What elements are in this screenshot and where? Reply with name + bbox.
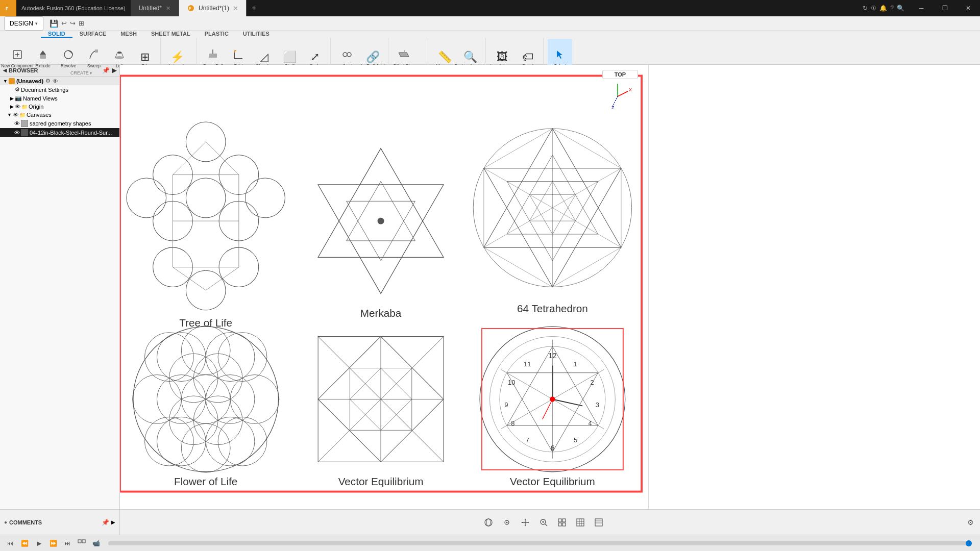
redo-icon[interactable]: ↪ — [70, 19, 76, 27]
tab-sheet-metal[interactable]: SHEET METAL — [144, 31, 198, 38]
undo-icon[interactable]: ↩ — [61, 19, 67, 27]
svg-point-133 — [506, 521, 508, 523]
origin-eye-icon: 👁 — [15, 104, 20, 110]
named-views-expand-icon: ▶ — [10, 96, 14, 101]
svg-rect-144 — [558, 523, 561, 526]
close-button[interactable]: ✕ — [957, 0, 980, 16]
browser-named-views[interactable]: ▶ 📷 Named Views — [0, 94, 119, 103]
comments-pin-icon[interactable]: 📌 — [102, 519, 109, 526]
help-icon[interactable]: ? — [890, 5, 894, 12]
browser-canvas-tooltip[interactable]: 👁 04-12in-Black-Steel-Round-Sur... — [0, 128, 119, 137]
timeline-track[interactable] — [108, 541, 972, 545]
restore-button[interactable]: ❐ — [933, 0, 957, 16]
user-count-icon: ① — [871, 5, 876, 12]
browser-doc-settings[interactable]: ▶ ⚙ Document Settings — [0, 85, 119, 94]
svg-point-123 — [550, 396, 555, 402]
right-panel — [648, 65, 980, 509]
svg-marker-135 — [525, 525, 526, 527]
svg-text:4: 4 — [589, 419, 592, 427]
origin-folder-icon: 📁 — [21, 104, 28, 110]
new-tab-icon[interactable]: ⊞ — [79, 19, 84, 27]
svg-text:F: F — [6, 6, 9, 11]
tl-next-button[interactable]: ⏩ — [47, 537, 59, 549]
tl-play-button[interactable]: ▶ — [33, 537, 45, 549]
extrude-label: Extrude — [35, 64, 50, 68]
svg-text:Vector Equilibrium: Vector Equilibrium — [510, 475, 595, 487]
extrude-button[interactable]: Extrude — [31, 39, 55, 69]
canvas-area[interactable]: Tree of Life Merkaba — [120, 65, 648, 509]
viewport-controls — [120, 515, 967, 530]
extrude-icon — [37, 48, 49, 63]
search-icon[interactable]: 🔍 — [897, 5, 904, 12]
grid-button[interactable] — [573, 515, 587, 530]
browser-root-item[interactable]: ▼ (Unsaved) ⚙ 👁 — [0, 77, 119, 85]
viewport-top-label: TOP — [602, 70, 638, 79]
tab-2-close[interactable]: ✕ — [233, 5, 238, 12]
svg-line-125 — [618, 91, 628, 96]
root-settings-icon[interactable]: ⚙ — [45, 78, 51, 84]
new-component-label: New Component — [1, 64, 33, 68]
tab-2[interactable]: F Untitled*(1) ✕ — [179, 0, 247, 16]
svg-text:3: 3 — [596, 401, 599, 409]
tab-add-button[interactable]: + — [247, 0, 261, 16]
svg-point-17 — [347, 53, 351, 57]
tab-solid[interactable]: SOLID — [41, 31, 72, 38]
tl-start-button[interactable]: ⏮ — [4, 537, 16, 549]
timeline-thumb[interactable] — [966, 540, 972, 546]
shell-icon: ⬜ — [283, 52, 297, 63]
chamfer-icon: ◿ — [260, 52, 268, 63]
tab-1-close[interactable]: ✕ — [166, 5, 170, 12]
svg-rect-155 — [82, 540, 85, 543]
tab-1[interactable]: Untitled* ✕ — [131, 0, 179, 16]
svg-rect-15 — [209, 54, 217, 58]
svg-text:11: 11 — [524, 360, 531, 368]
root-eye-icon[interactable]: 👁 — [53, 78, 58, 84]
svg-line-139 — [545, 524, 547, 526]
app-icon: F — [0, 0, 16, 16]
save-icon[interactable]: 💾 — [50, 19, 58, 28]
look-at-button[interactable] — [500, 515, 514, 530]
browser-origin[interactable]: ▶ 👁 📁 Origin — [0, 103, 119, 111]
new-component-button[interactable]: New Component — [5, 39, 30, 69]
refresh-icon[interactable]: ↻ — [863, 5, 868, 12]
svg-marker-18 — [399, 53, 409, 57]
design-mode-button[interactable]: DESIGN ▾ — [4, 16, 43, 31]
canvas-svg: Tree of Life Merkaba — [120, 65, 648, 509]
automate-icon: ⚡ — [170, 52, 184, 63]
svg-marker-134 — [525, 518, 526, 520]
tl-prev-button[interactable]: ⏪ — [18, 537, 31, 549]
tab-surface[interactable]: SURFACE — [72, 31, 114, 38]
comments-collapse-icon[interactable]: ● — [4, 519, 7, 525]
named-views-icon: 📷 — [15, 95, 22, 102]
browser-canvas-1[interactable]: 👁 sacred geometry shapes — [0, 119, 119, 128]
bottom-area: ● COMMENTS 📌 ▶ ⚙ — [0, 509, 980, 535]
notification-icon[interactable]: 🔔 — [879, 5, 887, 12]
toolbar-tabs: SOLID SURFACE MESH SHEET METAL PLASTIC U… — [0, 31, 980, 38]
browser-canvases[interactable]: ▼ 👁 📁 Canvases — [0, 111, 119, 119]
sweep-button[interactable]: Sweep — [82, 39, 106, 69]
view-options-button[interactable] — [592, 515, 606, 530]
svg-point-11 — [115, 56, 124, 59]
pan-button[interactable] — [518, 515, 532, 530]
sweep-icon — [88, 48, 100, 63]
svg-text:7: 7 — [526, 436, 529, 444]
orbit-button[interactable] — [481, 515, 496, 530]
revolve-button[interactable]: Revolve — [56, 39, 81, 69]
tab-mesh[interactable]: MESH — [113, 31, 144, 38]
svg-text:X: X — [629, 87, 632, 92]
minimize-button[interactable]: ─ — [910, 0, 933, 16]
tl-grid-view-button[interactable] — [76, 537, 88, 549]
settings-icon[interactable]: ⚙ — [967, 518, 974, 527]
svg-marker-136 — [521, 522, 523, 523]
tl-end-button[interactable]: ⏭ — [61, 537, 74, 549]
zoom-button[interactable] — [536, 515, 551, 530]
tab-plastic[interactable]: PLASTIC — [198, 31, 236, 38]
section-analysis-icon: 🔍 — [463, 52, 477, 63]
tl-camera-button[interactable]: 📹 — [90, 537, 102, 549]
root-expand-icon: ▼ — [3, 79, 8, 84]
tab-utilities[interactable]: UTILITIES — [236, 31, 277, 38]
insert-image-icon: 🖼 — [497, 52, 508, 63]
display-settings-button[interactable] — [555, 515, 569, 530]
comments-expand-icon[interactable]: ▶ — [111, 519, 115, 525]
svg-point-16 — [343, 53, 347, 57]
